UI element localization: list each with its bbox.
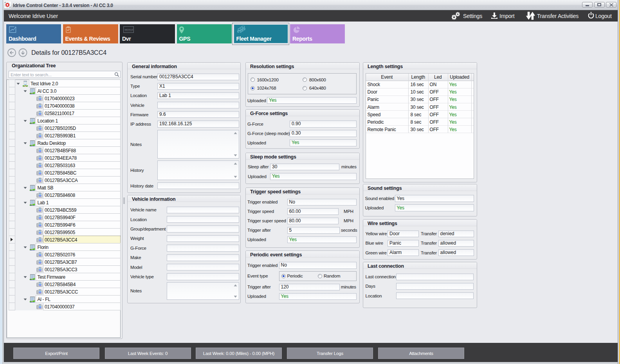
svg-text:MERGE: MERGE [124,29,133,31]
